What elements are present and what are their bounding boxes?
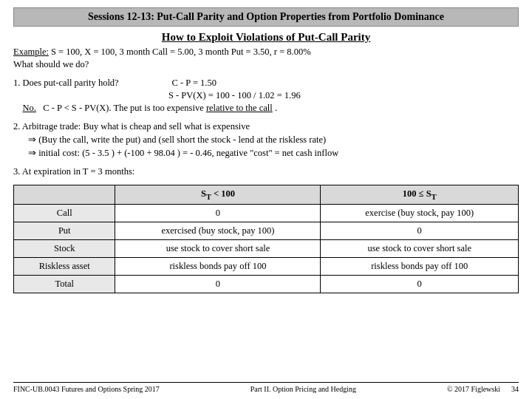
stock-ge100: use stock to cover short sale [321,239,519,257]
put-ge100: 0 [321,222,519,239]
table-row-total: Total 0 0 [14,275,519,293]
example-line2: What should we do? [13,59,519,70]
put-lt100: exercised (buy stock, pay 100) [115,222,321,239]
header-box: Sessions 12-13: Put-Call Parity and Opti… [13,7,519,27]
section2: 2. Arbitrage trade: Buy what is cheap an… [13,121,519,160]
example-line1: Example: S = 100, X = 100, 3 month Call … [13,47,519,58]
section3: 3. At expiration in T = 3 months: [13,166,519,177]
col-header-empty [14,185,115,205]
table-row-riskless: Riskless asset riskless bonds pay off 10… [14,257,519,275]
stock-lt100: use stock to cover short sale [115,239,321,257]
row-label-total: Total [14,275,115,293]
main-title: How to Exploit Violations of Put-Call Pa… [13,31,519,44]
footer-center: Part II. Option Pricing and Hedging [250,385,356,393]
riskless-lt100: riskless bonds pay off 100 [115,257,321,275]
header-title: Sessions 12-13: Put-Call Parity and Opti… [88,11,444,22]
footer-left: FINC-UB.0043 Futures and Options Spring … [13,385,160,393]
table-header-row: ST < 100 100 ≤ ST [14,185,519,205]
row-label-riskless: Riskless asset [14,257,115,275]
total-ge100: 0 [321,275,519,293]
col-header-ge100: 100 ≤ ST [321,185,519,205]
riskless-ge100: riskless bonds pay off 100 [321,257,519,275]
footer-right: © 2017 Figlewski 34 [447,385,519,393]
row-label-put: Put [14,222,115,239]
section1: 1. Does put-call parity hold? C - P = 1.… [13,78,519,115]
table-row-put: Put exercised (buy stock, pay 100) 0 [14,222,519,239]
total-lt100: 0 [115,275,321,293]
table-row-call: Call 0 exercise (buy stock, pay 100) [14,204,519,222]
expiration-table: ST < 100 100 ≤ ST Call 0 exercise (buy s… [13,185,519,293]
row-label-call: Call [14,204,115,222]
call-ge100: exercise (buy stock, pay 100) [321,204,519,222]
footer: FINC-UB.0043 Futures and Options Spring … [13,382,519,393]
no-label: No. [23,103,36,113]
call-lt100: 0 [115,204,321,222]
table-row-stock: Stock use stock to cover short sale use … [14,239,519,257]
col-header-lt100: ST < 100 [115,185,321,205]
row-label-stock: Stock [14,239,115,257]
page: Sessions 12-13: Put-Call Parity and Opti… [0,0,532,399]
